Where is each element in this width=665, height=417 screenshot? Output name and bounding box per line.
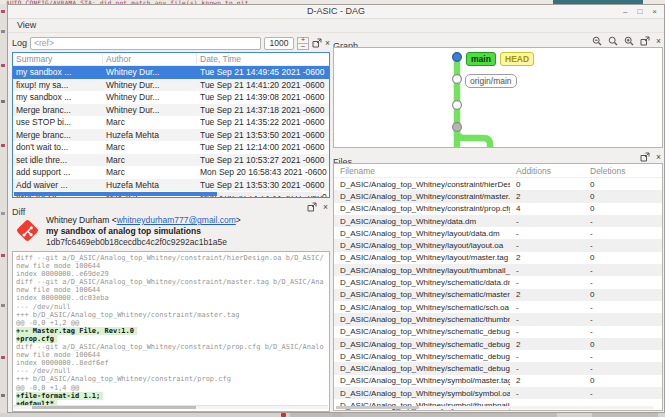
maximize-icon[interactable]: □: [637, 8, 642, 16]
author-email-link[interactable]: whitneydurham777@gmail.com: [117, 215, 236, 225]
zoom-reset-icon[interactable]: [608, 36, 618, 46]
dag-graph-canvas[interactable]: main HEAD origin/main: [333, 47, 663, 148]
commit-node[interactable]: [453, 101, 462, 110]
cell-additions: -: [510, 315, 584, 324]
table-row[interactable]: set idle thre...MarcTue Sep 21 10:53:27 …: [13, 154, 329, 167]
git-logo-icon: [15, 218, 40, 243]
commit-hscrollbar[interactable]: [14, 192, 322, 196]
commit-author-line: Whitney Durham <whitneydurham777@gmail.c…: [46, 215, 241, 226]
column-summary[interactable]: Summary: [13, 54, 103, 64]
table-row[interactable]: don't wait to...MarcTue Sep 21 12:14:00 …: [13, 141, 329, 154]
close-icon[interactable]: ×: [652, 8, 657, 16]
titlebar[interactable]: D-ASIC - DAG – □ ×: [8, 5, 664, 19]
popout-icon[interactable]: [312, 38, 322, 48]
commit-node-head[interactable]: [453, 53, 462, 62]
table-row[interactable]: fixup! my sa...Whitney Dur...Tue Sep 21 …: [13, 79, 329, 92]
files-hscrollbar[interactable]: [336, 406, 654, 409]
file-row[interactable]: D_ASIC/Analog_top_Whitney/schematic/mast…: [334, 289, 662, 301]
cell-summary: fixup! my sa...: [13, 80, 103, 90]
files-table[interactable]: Filename Additions Deletions D_ASIC/Anal…: [333, 163, 663, 411]
table-row[interactable]: my sandbox ...Whitney Dur...Tue Sep 21 1…: [13, 66, 329, 79]
cell-datetime: Tue Sep 21 13:53:30 2021 -0600: [197, 180, 329, 190]
diff-lines: diff --git a/D_ASIC/Analog_top_Whitney/c…: [16, 254, 329, 408]
cell-deletions: -: [584, 241, 662, 250]
file-row[interactable]: D_ASIC/Analog_top_Whitney/constraint/hie…: [334, 178, 662, 190]
spinner-down-button[interactable]: –: [297, 44, 309, 50]
file-row[interactable]: D_ASIC/Analog_top_Whitney/layout/data.dm…: [334, 227, 662, 239]
file-row[interactable]: D_ASIC/Analog_top_Whitney/data.dm--: [334, 215, 662, 227]
column-additions[interactable]: Additions: [510, 166, 584, 176]
popout-icon[interactable]: [640, 152, 650, 162]
table-row[interactable]: Merge branc...Whitney Dur...Tue Sep 21 1…: [13, 104, 329, 117]
file-row[interactable]: D_ASIC/Analog_top_Whitney/schematic_debu…: [334, 362, 662, 374]
table-row[interactable]: add support ...MarcMon Sep 20 16:58:43 2…: [13, 166, 329, 179]
file-row[interactable]: D_ASIC/Analog_top_Whitney/layout/thumbna…: [334, 264, 662, 276]
column-filename[interactable]: Filename: [334, 166, 510, 176]
column-deletions[interactable]: Deletions: [584, 166, 662, 176]
cell-summary: Add waiver ...: [13, 180, 103, 190]
cell-deletions: 0: [584, 180, 662, 189]
cell-deletions: 0: [584, 376, 662, 385]
file-row[interactable]: D_ASIC/Analog_top_Whitney/symbol/master.…: [334, 375, 662, 387]
file-row[interactable]: D_ASIC/Analog_top_Whitney/schematic_debu…: [334, 350, 662, 362]
commit-node[interactable]: [453, 75, 462, 84]
cell-summary: use STOP bi...: [13, 117, 103, 127]
popout-icon[interactable]: [640, 36, 650, 46]
close-icon[interactable]: ×: [323, 203, 328, 211]
menu-view[interactable]: View: [8, 18, 45, 30]
diff-panel-header: Diff ×: [12, 201, 330, 213]
cell-filename: D_ASIC/Analog_top_Whitney/layout/layout.…: [334, 241, 510, 250]
file-row[interactable]: D_ASIC/Analog_top_Whitney/constraint/pro…: [334, 203, 662, 215]
diff-hscrollbar[interactable]: [13, 405, 328, 409]
table-row[interactable]: my sandbox ...Whitney Dur...Tue Sep 21 1…: [13, 91, 329, 104]
cell-filename: D_ASIC/Analog_top_Whitney/schematic_debu…: [334, 364, 510, 373]
table-row[interactable]: use STOP bi...MarcTue Sep 21 14:35:22 20…: [13, 116, 329, 129]
zoom-in-icon[interactable]: [624, 36, 634, 46]
column-datetime[interactable]: Date, Time: [197, 54, 329, 64]
column-author[interactable]: Author: [103, 54, 197, 64]
close-icon[interactable]: ×: [325, 39, 330, 47]
file-row[interactable]: D_ASIC/Analog_top_Whitney/symbol/symbol.…: [334, 387, 662, 399]
zoom-out-icon[interactable]: [592, 36, 602, 46]
scrollbar-thumb[interactable]: [32, 406, 196, 409]
popout-icon[interactable]: [307, 202, 317, 212]
file-row[interactable]: D_ASIC/Analog_top_Whitney/schematic_debu…: [334, 338, 662, 350]
cell-deletions: 0: [584, 340, 662, 349]
file-row[interactable]: D_ASIC/Analog_top_Whitney/schematic/thum…: [334, 313, 662, 325]
diff-text-view[interactable]: diff --git a/D_ASIC/Analog_top_Whitney/c…: [12, 251, 330, 412]
file-row[interactable]: D_ASIC/Analog_top_Whitney/constraint/mas…: [334, 190, 662, 202]
file-row[interactable]: D_ASIC/Analog_top_Whitney/layout/master.…: [334, 252, 662, 264]
file-row[interactable]: D_ASIC/Analog_top_Whitney/layout/layout.…: [334, 239, 662, 251]
close-icon[interactable]: ×: [656, 37, 661, 45]
file-row[interactable]: D_ASIC/Analog_top_Whitney/schematic_debu…: [334, 326, 662, 338]
cell-author: Marc: [103, 155, 197, 165]
table-row[interactable]: Add waiver ...Huzefa MehtaTue Sep 21 13:…: [13, 179, 329, 192]
commit-count-input[interactable]: [264, 37, 294, 50]
ref-input[interactable]: [30, 37, 261, 50]
branch-badge-origin-main[interactable]: origin/main: [465, 74, 517, 88]
minimize-icon[interactable]: –: [623, 8, 627, 16]
cell-author: Whitney Dur...: [103, 67, 197, 77]
window-title: D-ASIC - DAG: [8, 6, 664, 16]
cell-filename: D_ASIC/Analog_top_Whitney/schematic_debu…: [334, 327, 510, 336]
cell-additions: 0: [510, 180, 584, 189]
commit-table[interactable]: Summary Author Date, Time my sandbox ...…: [12, 52, 330, 198]
cell-deletions: -: [584, 266, 662, 275]
close-icon[interactable]: ×: [656, 153, 661, 161]
file-row[interactable]: D_ASIC/Analog_top_Whitney/schematic/sch.…: [334, 301, 662, 313]
app-window: D-ASIC - DAG – □ × View Log + – ×: [7, 4, 665, 413]
cell-datetime: Tue Sep 21 14:37:18 2021 -0600: [197, 105, 329, 115]
table-row[interactable]: Merge branc...Huzefa MehtaTue Sep 21 13:…: [13, 129, 329, 142]
scrollbar-thumb[interactable]: [14, 192, 217, 196]
commit-node-merge[interactable]: [453, 123, 462, 132]
file-row[interactable]: D_ASIC/Analog_top_Whitney/schematic/data…: [334, 276, 662, 288]
graph-panel-header: Graph: [333, 35, 663, 47]
branch-badge-main[interactable]: main: [466, 52, 496, 66]
log-toolbar: Log + – ×: [12, 35, 330, 51]
cell-filename: D_ASIC/Analog_top_Whitney/schematic_debu…: [334, 352, 510, 361]
cell-deletions: -: [584, 389, 662, 398]
head-badge[interactable]: HEAD: [500, 52, 534, 66]
commit-subject: my sandbox of analog top simulations: [46, 226, 241, 237]
cell-additions: -: [510, 241, 584, 250]
scrollbar-thumb[interactable]: [336, 406, 419, 409]
